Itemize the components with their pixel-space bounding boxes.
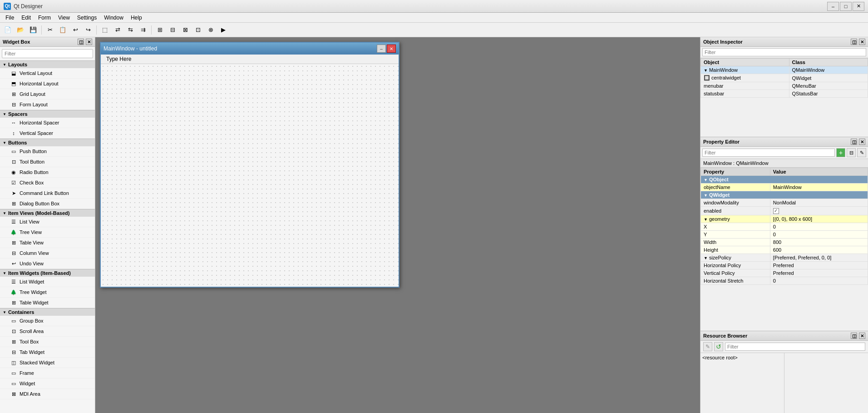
val-y[interactable]: 0 — [770, 230, 868, 238]
widget-horizontal-layout[interactable]: ⬒ Horizontal Layout — [0, 79, 95, 89]
toolbar-undo[interactable]: ↩ — [69, 25, 81, 35]
widget-tool-box[interactable]: ⊞ Tool Box — [0, 337, 95, 347]
toolbar-open[interactable]: 📂 — [15, 25, 26, 35]
property-add-button[interactable]: + — [836, 148, 845, 157]
widget-undo-view[interactable]: ↩ Undo View — [0, 259, 95, 269]
widget-push-button[interactable]: ▭ Push Button — [0, 146, 95, 157]
table-row[interactable]: Horizontal Policy Preferred — [701, 261, 868, 269]
table-row[interactable]: 🔲centralwidget QWidget — [701, 74, 868, 82]
category-containers[interactable]: Containers — [0, 308, 95, 316]
property-editor-filter[interactable] — [702, 149, 835, 157]
widget-table-widget[interactable]: ⊞ Table Widget — [0, 298, 95, 308]
widget-grid-layout[interactable]: ⊞ Grid Layout — [0, 89, 95, 100]
maximize-button[interactable]: □ — [840, 2, 852, 11]
widget-column-view[interactable]: ⊟ Column View — [0, 248, 95, 259]
toolbar-save[interactable]: 💾 — [27, 25, 39, 35]
table-row[interactable]: windowModality NonModal — [701, 199, 868, 207]
widget-box-filter-input[interactable] — [2, 49, 93, 58]
val-h-stretch[interactable]: 0 — [770, 277, 868, 284]
qt-minimize-button[interactable]: – — [377, 45, 386, 53]
resource-browser-close[interactable]: ✕ — [859, 333, 865, 339]
widget-frame[interactable]: ▭ Frame — [0, 368, 95, 378]
toolbar-preview[interactable]: ▶ — [217, 25, 229, 35]
widget-mdi-area[interactable]: ⊠ MDI Area — [0, 389, 95, 399]
val-x[interactable]: 0 — [770, 223, 868, 230]
toolbar-widget-editor[interactable]: ⬚ — [99, 25, 111, 35]
widget-tool-button[interactable]: ⊡ Tool Button — [0, 157, 95, 167]
val-height[interactable]: 600 — [770, 246, 868, 254]
table-row[interactable]: menubar QMenuBar — [701, 82, 868, 90]
close-button[interactable]: ✕ — [853, 2, 864, 11]
menu-settings[interactable]: Settings — [74, 14, 100, 22]
val-width[interactable]: 800 — [770, 238, 868, 246]
menu-view[interactable]: View — [54, 14, 74, 22]
resource-edit-btn[interactable]: ✎ — [703, 342, 712, 351]
category-item-widgets[interactable]: Item Widgets (Item-Based) — [0, 269, 95, 277]
widget-v-spacer[interactable]: ↕ Vertical Spacer — [0, 128, 95, 139]
table-row[interactable]: statusbar QStatusBar — [701, 90, 868, 98]
toolbar-signals[interactable]: ⇄ — [112, 25, 123, 35]
menu-help[interactable]: Help — [127, 14, 146, 22]
toolbar-layout-grid[interactable]: ⊠ — [179, 25, 191, 35]
toolbar-buddies[interactable]: ⇆ — [124, 25, 136, 35]
table-row[interactable]: ▼geometry [(0, 0), 800 x 600] — [701, 215, 868, 223]
table-row[interactable]: enabled — [701, 207, 868, 215]
category-layouts[interactable]: Layouts — [0, 60, 95, 68]
table-row[interactable]: Width 800 — [701, 238, 868, 246]
toolbar-layout-form[interactable]: ⊡ — [192, 25, 204, 35]
widget-vertical-layout[interactable]: ⬓ Vertical Layout — [0, 68, 95, 79]
table-row[interactable]: X 0 — [701, 223, 868, 230]
toolbar-new[interactable]: 📄 — [2, 25, 14, 35]
resource-filter-input[interactable] — [725, 343, 865, 351]
category-buttons[interactable]: Buttons — [0, 139, 95, 146]
category-item-views[interactable]: Item Views (Model-Based) — [0, 209, 95, 217]
table-row[interactable]: Vertical Policy Preferred — [701, 269, 868, 277]
widget-box-close[interactable]: ✕ — [86, 39, 92, 45]
widget-form-layout[interactable]: ⊟ Form Layout — [0, 100, 95, 110]
val-h-policy[interactable]: Preferred — [770, 261, 868, 269]
val-sizepolicy[interactable]: [Preferred, Preferred, 0, 0] — [770, 254, 868, 261]
widget-tree-widget[interactable]: 🌲 Tree Widget — [0, 287, 95, 298]
widget-command-link[interactable]: ➤ Command Link Button — [0, 188, 95, 199]
widget-stacked-widget[interactable]: ◫ Stacked Widget — [0, 358, 95, 368]
toolbar-tab-order[interactable]: ⇉ — [137, 25, 149, 35]
minimize-button[interactable]: – — [827, 2, 839, 11]
property-option-btn2[interactable]: ✎ — [857, 148, 866, 157]
object-inspector-close[interactable]: ✕ — [859, 39, 865, 45]
widget-h-spacer[interactable]: ↔ Horizontal Spacer — [0, 118, 95, 128]
property-editor-float[interactable]: ◫ — [851, 139, 857, 145]
widget-tree-view[interactable]: 🌲 Tree View — [0, 227, 95, 238]
property-editor-close[interactable]: ✕ — [859, 139, 865, 145]
toolbar-cut[interactable]: ✂ — [44, 25, 56, 35]
widget-dialog-button-box[interactable]: ⊞ Dialog Button Box — [0, 199, 95, 209]
val-v-policy[interactable]: Preferred — [770, 269, 868, 277]
resource-refresh-btn[interactable]: ↺ — [714, 342, 723, 351]
qt-canvas[interactable] — [101, 64, 399, 287]
table-row[interactable]: Horizontal Stretch 0 — [701, 277, 868, 284]
object-inspector-float[interactable]: ◫ — [851, 39, 857, 45]
val-enabled[interactable] — [770, 207, 868, 215]
menu-form[interactable]: Form — [35, 14, 54, 22]
resource-browser-float[interactable]: ◫ — [851, 333, 857, 339]
toolbar-break-layout[interactable]: ⊗ — [205, 25, 217, 35]
category-spacers[interactable]: Spacers — [0, 110, 95, 118]
qt-close-button[interactable]: ✕ — [387, 45, 396, 53]
widget-group-box[interactable]: ▭ Group Box — [0, 316, 95, 326]
val-geometry[interactable]: [(0, 0), 800 x 600] — [770, 215, 868, 223]
table-row[interactable]: Height 600 — [701, 246, 868, 254]
qt-menu-item[interactable]: Type Here — [103, 55, 135, 63]
enabled-checkbox[interactable] — [773, 208, 779, 214]
widget-scroll-area[interactable]: ⊡ Scroll Area — [0, 326, 95, 337]
toolbar-layout-v[interactable]: ⊟ — [167, 25, 178, 35]
toolbar-layout-h[interactable]: ⊞ — [154, 25, 166, 35]
table-row[interactable]: Y 0 — [701, 230, 868, 238]
widget-list-widget[interactable]: ☰ List Widget — [0, 277, 95, 287]
table-row[interactable]: ▼MainWindow QMainWindow — [701, 66, 868, 74]
property-option-btn1[interactable]: ⊟ — [847, 148, 856, 157]
menu-edit[interactable]: Edit — [18, 14, 35, 22]
widget-check-box[interactable]: ☑ Check Box — [0, 178, 95, 188]
toolbar-copy[interactable]: 📋 — [57, 25, 69, 35]
widget-tab-widget[interactable]: ⊟ Tab Widget — [0, 347, 95, 358]
menu-file[interactable]: File — [2, 14, 18, 22]
val-objectname[interactable]: MainWindow — [770, 184, 868, 191]
